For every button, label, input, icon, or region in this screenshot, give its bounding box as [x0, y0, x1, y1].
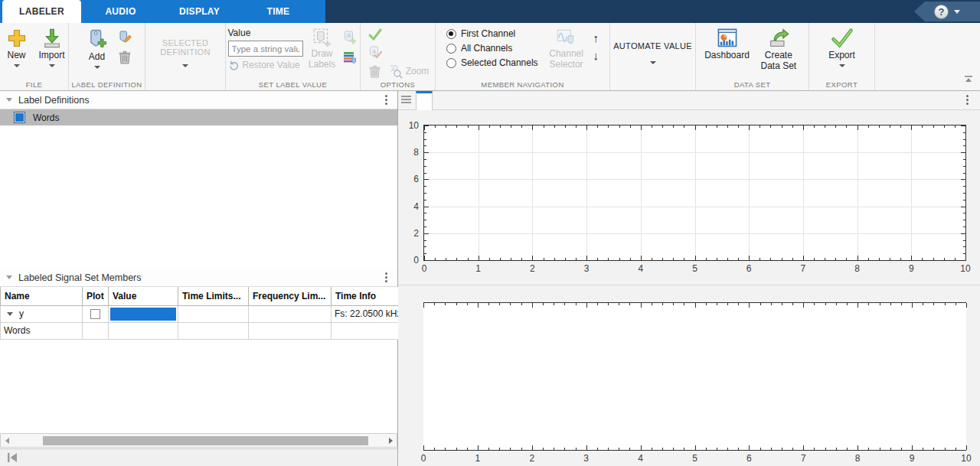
label-strip-axes[interactable]: 012345678910 [423, 302, 966, 451]
member-navigation-section-label: MEMBER NAVIGATION [436, 80, 609, 89]
export-button[interactable]: Export [826, 26, 858, 69]
col-frequency-limits[interactable]: Frequency Lim... [249, 287, 332, 305]
create-data-set-icon [767, 28, 790, 49]
minimize-ribbon-icon[interactable] [963, 73, 974, 87]
tab-audio[interactable]: AUDIO [81, 0, 160, 23]
radio-first-channel[interactable]: First Channel [446, 28, 538, 39]
restore-value-label: Restore Value [243, 60, 300, 70]
channel-selector-icon [556, 28, 577, 47]
label-definitions-collapse-caret[interactable] [6, 98, 12, 102]
add-button-label: Add [89, 52, 105, 63]
scroll-right-icon[interactable] [384, 434, 397, 447]
import-dropdown-caret[interactable] [49, 64, 55, 67]
tabbar-blue-region: LABELER AUDIO DISPLAY TIME [0, 0, 325, 23]
tab-labeler[interactable]: LABELER [2, 0, 81, 23]
add-label-value-button[interactable]: A [341, 29, 358, 46]
restore-value-button[interactable]: Restore Value [228, 59, 303, 70]
selected-channels-label: Selected Channels [461, 57, 538, 68]
create-data-set-button[interactable]: Create Data Set [755, 26, 802, 73]
zoom-a-magnifier-icon: A [388, 64, 403, 79]
import-button[interactable]: Import [36, 26, 68, 69]
ribbon-section-member-navigation: First Channel All Channels Selected Chan… [436, 23, 610, 90]
definition-item-words[interactable]: Words [0, 109, 397, 125]
trash-disabled-icon [368, 64, 381, 79]
col-plot[interactable]: Plot [83, 287, 109, 305]
add-dropdown-caret[interactable] [94, 66, 100, 69]
col-time-limits[interactable]: Time Limits... [178, 287, 249, 305]
channel-selector-button[interactable]: Channel Selector [543, 26, 590, 72]
tab-display[interactable]: DISPLAY [160, 0, 239, 23]
col-name[interactable]: Name [1, 287, 83, 305]
col-time-info[interactable]: Time Info [332, 287, 399, 305]
zoom-button-label: Zoom [406, 66, 430, 77]
apply-value-button[interactable] [367, 26, 384, 43]
ribbon-section-automate-value: AUTOMATE VALUE [610, 23, 696, 90]
members-menu-icon[interactable] [381, 272, 391, 282]
new-button-label: New [7, 51, 25, 61]
member-child-row-words[interactable]: Words [1, 322, 399, 339]
first-channel-label: First Channel [461, 28, 515, 39]
radio-all-channels[interactable]: All Channels [446, 43, 538, 54]
value-label: Value [228, 28, 303, 38]
dashboard-label: Dashboard [704, 51, 750, 61]
col-value[interactable]: Value [109, 287, 178, 305]
plot-checkbox[interactable] [90, 309, 100, 319]
ribbon-spacer [875, 23, 980, 90]
scrollbar-thumb[interactable] [43, 436, 368, 445]
previous-member-arrow-icon[interactable]: ↑ [593, 32, 599, 44]
help-icon[interactable]: ? [934, 5, 949, 19]
member-row-y[interactable]: y Fs: 22.0500 kHz [1, 305, 399, 322]
label-definition-section-label: LABEL DEFINITION [69, 80, 145, 89]
left-panel: Label Definitions Words Labeled Signal S… [0, 91, 398, 466]
dashboard-button[interactable]: Dashboard [702, 26, 752, 63]
signal-document-tab[interactable] [416, 91, 433, 110]
radio-dot-all-channels [446, 44, 456, 54]
member-value-cell[interactable] [110, 308, 176, 321]
member-expand-caret[interactable] [7, 312, 13, 316]
tab-time[interactable]: TIME [239, 0, 318, 23]
options-section-label: OPTIONS [361, 80, 435, 89]
scroll-left-icon[interactable] [1, 434, 13, 447]
export-label: Export [828, 51, 855, 61]
label-definitions-menu-icon[interactable] [381, 95, 391, 105]
dashboard-icon [716, 28, 739, 49]
next-member-arrow-icon[interactable]: ↓ [593, 50, 599, 61]
go-to-start-icon[interactable] [6, 452, 18, 463]
member-frequency-limits[interactable] [249, 305, 332, 322]
members-horizontal-scrollbar[interactable] [0, 433, 397, 448]
label-value-input[interactable] [228, 41, 303, 57]
svg-text:A: A [347, 32, 351, 39]
draw-labels-button[interactable]: Draw Labels [306, 26, 338, 72]
svg-text:A: A [372, 48, 377, 55]
tab-list-icon[interactable] [401, 96, 411, 105]
new-dropdown-caret[interactable] [14, 64, 20, 67]
help-dropdown-caret[interactable] [954, 10, 960, 14]
set-label-value-section-label: SET LABEL VALUE [226, 80, 360, 89]
import-button-label: Import [38, 51, 64, 61]
left-statusbar [0, 448, 397, 466]
label-definitions-header: Label Definitions [0, 91, 397, 109]
plot-panel-menu-icon[interactable] [962, 95, 972, 105]
svg-text:A: A [390, 66, 395, 73]
delete-definition-button[interactable] [116, 49, 133, 66]
radio-selected-channels[interactable]: Selected Channels [446, 57, 538, 68]
selected-definition-label: SELECTED DEFINITION [153, 38, 217, 57]
export-dropdown-caret[interactable] [839, 64, 845, 67]
trash-icon [118, 50, 132, 65]
plot-tabstrip [398, 91, 980, 110]
new-button[interactable]: New [1, 26, 33, 69]
member-child-name: Words [1, 322, 83, 339]
member-time-limits[interactable] [178, 305, 249, 322]
signal-plot-axes[interactable]: 0123456789100246810 [423, 125, 966, 261]
selected-definition-dropdown[interactable]: SELECTED DEFINITION [145, 26, 225, 80]
delete-label-button[interactable] [367, 63, 384, 80]
members-collapse-caret[interactable] [6, 275, 12, 279]
add-definition-button[interactable]: Add [81, 26, 113, 70]
edit-definition-button[interactable] [116, 29, 133, 46]
validate-label-button[interactable]: A [367, 44, 384, 61]
members-table: Name Plot Value Time Limits... Frequency… [0, 287, 399, 340]
label-definitions-title: Label Definitions [18, 95, 374, 106]
zoom-button[interactable]: A Zoom [388, 64, 430, 79]
merge-labels-button[interactable] [341, 49, 358, 66]
automate-value-dropdown[interactable]: AUTOMATE VALUE [606, 26, 700, 80]
